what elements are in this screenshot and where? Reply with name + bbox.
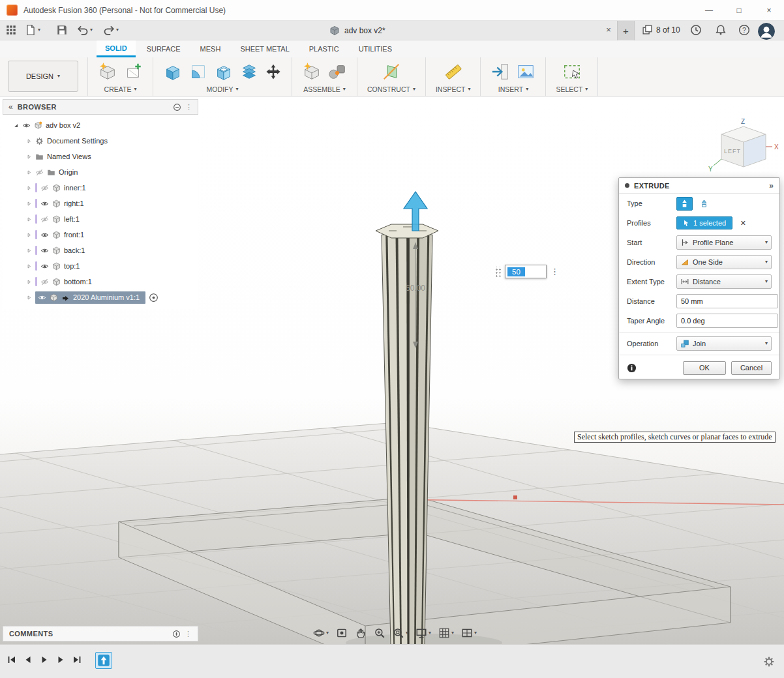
distance-input[interactable] (676, 294, 778, 308)
visibility-eye-off-icon[interactable] (40, 184, 49, 192)
browser-item-2020-aluminium[interactable]: 2020 Aluminium v1:1 (3, 289, 198, 305)
look-at-button[interactable] (335, 626, 349, 640)
extent-type-dropdown[interactable]: Distance ▾ (676, 274, 772, 289)
info-icon[interactable] (627, 363, 637, 373)
new-document-tab-button[interactable]: + (617, 21, 635, 40)
collapsed-arrow-icon[interactable] (26, 216, 32, 222)
maximize-button[interactable]: □ (724, 0, 754, 21)
browser-item-right[interactable]: right:1 (3, 196, 198, 211)
new-component-icon[interactable] (98, 62, 117, 81)
comments-grip-icon[interactable]: ⋮ (185, 630, 192, 638)
comments-panel[interactable]: COMMENTS ⋮ (3, 626, 198, 641)
document-tab-close-button[interactable]: × (603, 25, 614, 35)
ok-button[interactable]: OK (683, 361, 726, 375)
dialog-grip-icon[interactable] (625, 183, 629, 188)
save-button[interactable] (56, 24, 68, 36)
tab-surface[interactable]: SURFACE (138, 40, 189, 57)
viewports-button[interactable]: ▾ (460, 626, 478, 640)
add-comment-icon[interactable] (172, 630, 181, 638)
play-button[interactable] (39, 655, 50, 665)
go-to-start-button[interactable] (7, 655, 17, 665)
create-dropdown[interactable]: CREATE▾ (104, 85, 137, 93)
collapsed-arrow-icon[interactable] (26, 138, 32, 144)
shell-icon[interactable] (214, 62, 234, 81)
collapsed-arrow-icon[interactable] (26, 185, 32, 191)
browser-item-inner[interactable]: inner:1 (3, 180, 198, 196)
orbit-button[interactable]: ▾ (312, 626, 330, 640)
documents-count-badge[interactable]: 8 of 10 (642, 24, 680, 35)
tab-solid[interactable]: SOLID (97, 40, 136, 57)
browser-grip-icon[interactable]: ⋮ (185, 103, 192, 111)
user-avatar[interactable] (758, 23, 775, 40)
step-back-button[interactable] (23, 655, 33, 665)
browser-minimize-icon[interactable] (173, 103, 181, 111)
activate-component-radio[interactable] (149, 293, 158, 302)
grid-settings-button[interactable]: ▾ (437, 626, 455, 640)
browser-collapse-button[interactable]: « (8, 102, 13, 111)
collapsed-arrow-icon[interactable] (26, 232, 32, 238)
help-button[interactable] (738, 24, 750, 36)
assemble-dropdown[interactable]: ASSEMBLE▾ (303, 85, 346, 93)
viewcube[interactable]: Z LEFT X Y (703, 116, 781, 178)
visibility-eye-icon[interactable] (22, 121, 31, 130)
job-status-button[interactable] (690, 24, 702, 36)
collapsed-arrow-icon[interactable] (26, 263, 32, 269)
browser-item-root[interactable]: adv box v2 (3, 117, 198, 133)
construction-plane-icon[interactable] (382, 62, 401, 81)
press-pull-icon[interactable] (163, 62, 183, 81)
zoom-button[interactable] (372, 626, 387, 640)
redo-button[interactable]: ▾ (103, 24, 119, 36)
go-to-end-button[interactable] (72, 655, 82, 665)
visibility-eye-icon[interactable] (40, 246, 49, 255)
tab-sheet-metal[interactable]: SHEET METAL (232, 40, 297, 57)
extrude-type-thin-button[interactable] (696, 197, 712, 211)
decal-icon[interactable] (516, 62, 535, 81)
move-icon[interactable] (265, 63, 282, 80)
browser-item-document-settings[interactable]: Document Settings (3, 133, 198, 149)
collapsed-arrow-icon[interactable] (26, 248, 32, 254)
drag-grip-icon[interactable] (494, 267, 501, 277)
visibility-eye-off-icon[interactable] (35, 168, 44, 177)
cancel-button[interactable]: Cancel (731, 361, 772, 375)
selected-row-highlight[interactable]: 2020 Aluminium v1:1 (35, 291, 145, 304)
create-sketch-icon[interactable] (123, 62, 143, 81)
step-forward-button[interactable] (55, 655, 66, 665)
browser-item-back[interactable]: back:1 (3, 243, 198, 258)
new-component-icon[interactable] (302, 62, 322, 81)
construct-dropdown[interactable]: CONSTRUCT▾ (367, 85, 415, 93)
select-dropdown[interactable]: SELECT▾ (556, 85, 588, 93)
design-workspace-dropdown[interactable]: DESIGN ▾ (8, 61, 78, 92)
tab-utilities[interactable]: UTILITIES (350, 40, 400, 57)
collapsed-arrow-icon[interactable] (26, 154, 32, 160)
taper-angle-input[interactable] (676, 314, 778, 328)
app-grid-button[interactable] (5, 24, 17, 36)
inspect-dropdown[interactable]: INSPECT▾ (436, 85, 471, 93)
visibility-eye-icon[interactable] (40, 231, 49, 239)
browser-item-front[interactable]: front:1 (3, 227, 198, 243)
pattern-icon[interactable] (239, 62, 259, 81)
direction-dropdown[interactable]: One Side ▾ (676, 255, 772, 269)
measure-icon[interactable] (444, 62, 463, 81)
browser-item-named-views[interactable]: Named Views (3, 149, 198, 164)
collapsed-arrow-icon[interactable] (26, 279, 32, 285)
visibility-eye-icon[interactable] (38, 293, 46, 302)
visibility-eye-off-icon[interactable] (40, 215, 49, 224)
timeline-settings-button[interactable] (763, 656, 775, 670)
collapsed-arrow-icon[interactable] (26, 201, 32, 207)
browser-item-origin[interactable]: Origin (3, 164, 198, 180)
extrude-type-solid-button[interactable] (676, 197, 693, 211)
fit-button[interactable]: ▾ (391, 626, 410, 640)
expanded-arrow-icon[interactable] (13, 123, 19, 128)
sketch-point[interactable] (513, 495, 517, 499)
dimension-menu-icon[interactable]: ⋮ (550, 267, 559, 276)
visibility-eye-icon[interactable] (40, 262, 49, 271)
browser-item-left[interactable]: left:1 (3, 211, 198, 227)
timeline-feature-extrude[interactable] (95, 652, 112, 669)
visibility-eye-icon[interactable] (40, 199, 49, 208)
tab-mesh[interactable]: MESH (192, 40, 230, 57)
viewport-canvas[interactable]: 50.00 Z LEFT X Y « BROWSER ⋮ adv b (0, 96, 784, 644)
select-box-icon[interactable] (562, 62, 582, 81)
visibility-eye-off-icon[interactable] (40, 278, 49, 286)
tab-plastic[interactable]: PLASTIC (301, 40, 348, 57)
pan-button[interactable] (354, 626, 368, 640)
